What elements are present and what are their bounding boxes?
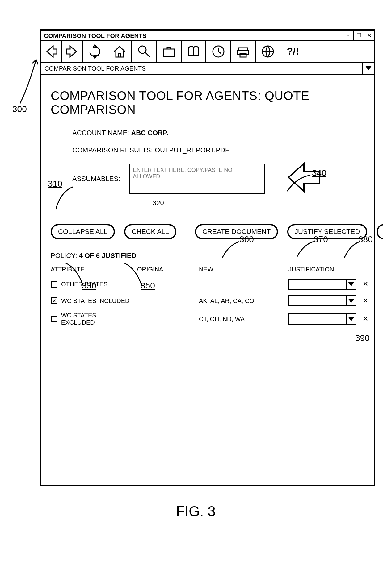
svg-point-0 bbox=[139, 46, 146, 53]
callout-380: 380 bbox=[358, 234, 373, 244]
lead-310 bbox=[56, 186, 74, 211]
account-value: ABC CORP. bbox=[131, 129, 168, 137]
world-icon[interactable] bbox=[256, 41, 280, 62]
restore-button[interactable]: ❐ bbox=[353, 31, 364, 40]
col-justification: JUSTIFICATION bbox=[288, 266, 356, 273]
callout-370: 370 bbox=[314, 234, 328, 244]
address-dropdown-icon[interactable] bbox=[362, 63, 374, 74]
results-row: COMPARISON RESULTS: OUTPUT_REPORT.PDF bbox=[72, 146, 365, 154]
remove-row-icon[interactable]: ✕ bbox=[363, 297, 372, 305]
callout-350: 350 bbox=[141, 281, 155, 291]
attribute-label: WC STATES INCLUDED bbox=[61, 297, 130, 304]
attribute-label: WC STATES EXCLUDED bbox=[61, 312, 131, 326]
account-row: ACCOUNT NAME: ABC CORP. bbox=[72, 129, 365, 137]
justification-select[interactable] bbox=[288, 295, 356, 306]
remove-row-icon[interactable]: ✕ bbox=[363, 315, 372, 323]
justification-select[interactable] bbox=[288, 313, 356, 325]
check-all-button[interactable]: CHECK ALL bbox=[124, 224, 176, 239]
refresh-icon[interactable] bbox=[83, 41, 107, 62]
printer-icon[interactable] bbox=[231, 41, 256, 62]
policy-label: POLICY: bbox=[51, 252, 77, 259]
collapse-all-button[interactable]: COLLAPSE ALL bbox=[51, 224, 115, 239]
address-text[interactable]: COMPARISON TOOL FOR AGENTS bbox=[41, 63, 362, 74]
lead-340 bbox=[287, 174, 312, 193]
book-icon[interactable] bbox=[182, 41, 206, 62]
new-cell: CT, OH, ND, WA bbox=[199, 316, 282, 323]
account-label: ACCOUNT NAME: bbox=[72, 129, 129, 137]
policy-value: 4 OF 6 JUSTIFIED bbox=[79, 252, 137, 259]
justification-select[interactable] bbox=[288, 279, 356, 290]
col-new: NEW bbox=[199, 266, 282, 273]
help-icon[interactable]: ?/! bbox=[280, 41, 305, 62]
assumables-label: ASSUMABLES: bbox=[72, 175, 120, 183]
col-original: ORIGINAL bbox=[137, 266, 193, 273]
forward-icon[interactable] bbox=[62, 41, 83, 62]
table-row: WC STATES EXCLUDED bbox=[51, 312, 131, 326]
chevron-down-icon bbox=[346, 314, 356, 324]
callout-360: 360 bbox=[239, 234, 254, 244]
callout-300-arrow bbox=[17, 54, 42, 105]
titlebar: COMPARISON TOOL FOR AGENTS - ❐ ✕ bbox=[41, 31, 374, 41]
col-attribute: ATTRIBUTE bbox=[51, 266, 131, 273]
lead-360 bbox=[222, 241, 241, 259]
attribute-table: ATTRIBUTE ORIGINAL NEW JUSTIFICATION OTH… bbox=[51, 266, 365, 326]
assumables-input[interactable] bbox=[129, 164, 265, 194]
content-area: COMPARISON TOOL FOR AGENTS: QUOTE COMPAR… bbox=[41, 75, 374, 329]
callout-330: 330 bbox=[82, 281, 96, 291]
back-icon[interactable] bbox=[41, 41, 62, 62]
lead-370 bbox=[297, 241, 315, 259]
search-icon[interactable] bbox=[132, 41, 157, 62]
figure-label: FIG. 3 bbox=[176, 503, 216, 520]
policy-line: POLICY: 4 OF 6 JUSTIFIED bbox=[51, 252, 365, 260]
callout-340: 340 bbox=[312, 168, 326, 178]
app-window: COMPARISON TOOL FOR AGENTS - ❐ ✕ bbox=[40, 29, 375, 486]
new-cell: AK, AL, AR, CA, CO bbox=[199, 297, 282, 304]
results-value: OUTPUT_REPORT.PDF bbox=[155, 146, 229, 154]
close-button[interactable]: ✕ bbox=[364, 31, 374, 40]
save-button[interactable]: SAVE bbox=[377, 224, 383, 239]
address-bar: COMPARISON TOOL FOR AGENTS bbox=[41, 63, 374, 75]
home-icon[interactable] bbox=[107, 41, 132, 62]
chevron-down-icon bbox=[346, 296, 356, 305]
checkbox[interactable]: ✕ bbox=[51, 297, 57, 304]
minimize-button[interactable]: - bbox=[343, 31, 353, 40]
page-title: COMPARISON TOOL FOR AGENTS: QUOTE COMPAR… bbox=[51, 89, 365, 117]
ref-320: 320 bbox=[153, 199, 365, 207]
checkbox[interactable] bbox=[51, 281, 57, 288]
briefcase-icon[interactable] bbox=[157, 41, 182, 62]
results-label: COMPARISON RESULTS: bbox=[72, 146, 153, 154]
toolbar: ?/! bbox=[41, 41, 374, 63]
remove-row-icon[interactable]: ✕ bbox=[363, 280, 372, 288]
checkbox[interactable] bbox=[51, 316, 57, 322]
window-title: COMPARISON TOOL FOR AGENTS bbox=[41, 31, 343, 40]
clock-icon[interactable] bbox=[206, 41, 231, 62]
callout-300: 300 bbox=[12, 104, 27, 114]
create-document-button[interactable]: CREATE DOCUMENT bbox=[195, 224, 278, 239]
chevron-down-icon bbox=[346, 280, 356, 289]
svg-rect-1 bbox=[163, 49, 175, 56]
callout-390: 390 bbox=[355, 333, 370, 343]
table-row: ✕ WC STATES INCLUDED bbox=[51, 297, 131, 304]
